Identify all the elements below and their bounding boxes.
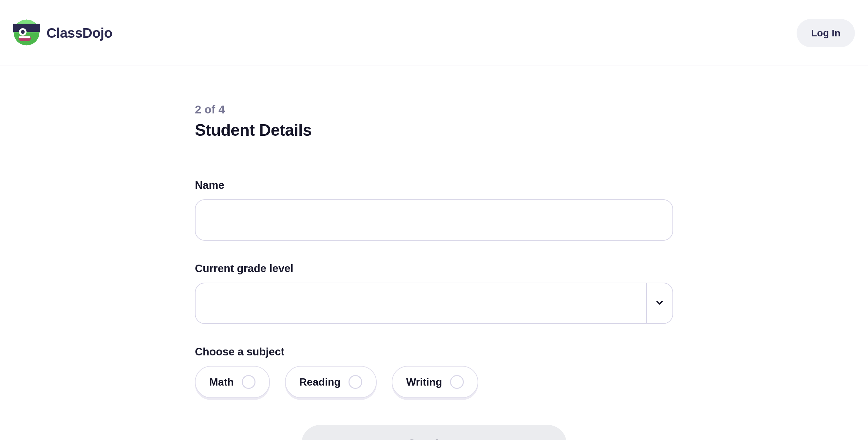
- svg-rect-2: [13, 24, 40, 32]
- form-group-name: Name: [195, 179, 673, 241]
- svg-rect-6: [19, 36, 30, 38]
- radio-icon: [450, 375, 464, 389]
- step-indicator: 2 of 4: [195, 103, 673, 116]
- subject-option-writing[interactable]: Writing: [392, 366, 478, 398]
- continue-wrap: Continue: [195, 425, 673, 440]
- grade-select[interactable]: [195, 283, 673, 324]
- brand-logo-link[interactable]: ClassDojo: [13, 19, 112, 47]
- subject-options-row: Math Reading Writing: [195, 366, 673, 398]
- brand-logo-icon: [13, 19, 40, 47]
- radio-icon: [242, 375, 255, 389]
- name-label: Name: [195, 179, 673, 192]
- page-title: Student Details: [195, 121, 673, 140]
- main-content: 2 of 4 Student Details Name Current grad…: [195, 66, 673, 440]
- subject-option-math[interactable]: Math: [195, 366, 270, 398]
- login-button[interactable]: Log In: [797, 19, 855, 47]
- brand-name: ClassDojo: [46, 25, 112, 41]
- radio-icon: [348, 375, 362, 389]
- grade-select-arrow: [646, 283, 673, 323]
- top-bar: ClassDojo Log In: [0, 0, 868, 66]
- grade-label: Current grade level: [195, 262, 673, 275]
- form-group-grade: Current grade level: [195, 262, 673, 324]
- subject-option-label: Reading: [299, 376, 341, 388]
- subject-option-reading[interactable]: Reading: [285, 366, 377, 398]
- subject-option-label: Math: [209, 376, 234, 388]
- svg-point-4: [21, 30, 25, 33]
- chevron-down-icon: [654, 297, 665, 309]
- continue-button[interactable]: Continue: [301, 425, 567, 440]
- form-group-subject: Choose a subject Math Reading Writing: [195, 346, 673, 398]
- subject-label: Choose a subject: [195, 346, 673, 358]
- subject-option-label: Writing: [406, 376, 442, 388]
- name-input[interactable]: [195, 199, 673, 241]
- grade-select-value: [195, 283, 646, 323]
